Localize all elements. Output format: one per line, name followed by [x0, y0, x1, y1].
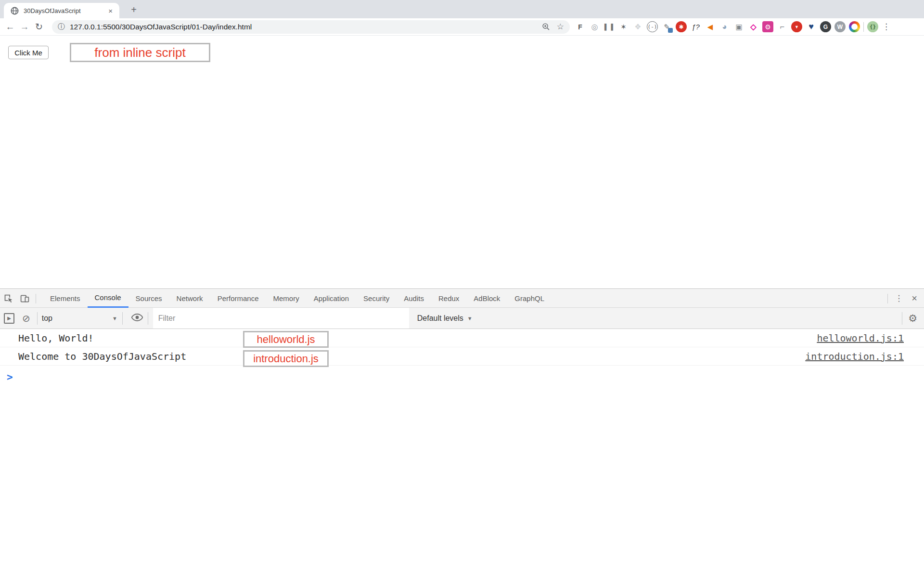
console-settings-gear-icon[interactable]: ⚙: [908, 313, 917, 324]
clear-console-icon[interactable]: ⊘: [22, 313, 30, 324]
execution-context-dropdown[interactable]: top ▼: [38, 314, 122, 323]
reload-icon[interactable]: ↻: [32, 21, 46, 32]
console-message-text: Hello, World!: [18, 332, 94, 344]
browser-tab[interactable]: 30DaysOfJavaScript ×: [4, 3, 119, 18]
address-bar[interactable]: ⓘ 127.0.0.1:5500/30DaysOfJavaScript/01-D…: [52, 20, 570, 34]
tab-close-icon[interactable]: ×: [106, 7, 115, 15]
eyedropper-extension-icon[interactable]: ✎: [661, 21, 672, 32]
browser-menu-kebab-icon[interactable]: ⋮: [882, 22, 890, 32]
inline-script-annotation-box: from inline script: [70, 43, 210, 62]
filter-input[interactable]: [153, 308, 409, 328]
toolbar-divider-2: [122, 312, 123, 325]
globe-favicon: [11, 7, 19, 15]
tab-security[interactable]: Security: [356, 289, 397, 308]
devtools-tab-bar: Elements Console Sources Network Perform…: [0, 289, 924, 308]
url-text[interactable]: 127.0.0.1:5500/30DaysOfJavaScript/01-Day…: [70, 23, 542, 31]
console-toolbar: ▶ ⊘ top ▼ Default levels ▼ ⚙: [0, 308, 924, 329]
megaphone-extension-icon[interactable]: ◀: [705, 21, 716, 32]
new-tab-button[interactable]: +: [127, 3, 141, 16]
toolbar-divider-4: [902, 312, 902, 325]
forward-icon[interactable]: →: [17, 22, 32, 32]
rainbow-extension-icon[interactable]: [849, 21, 860, 32]
extensions-row: F ◎ ▌▐ ✶ ❖ (-) ✎ ✱ ƒ? ◀ ◕ ▣ ◇ ⚙ ⌐ ▼ ♥ G …: [575, 21, 878, 32]
log-levels-value: Default levels: [417, 314, 463, 323]
tab-title: 30DaysOfJavaScript: [24, 7, 106, 14]
devtools-close-icon[interactable]: ×: [910, 293, 924, 304]
tab-network[interactable]: Network: [169, 289, 210, 308]
page-content: Click Me from inline script: [0, 36, 924, 289]
console-source-link[interactable]: helloworld.js:1: [817, 332, 904, 344]
execution-context-value: top: [42, 314, 52, 323]
zoom-icon[interactable]: [542, 23, 550, 31]
target-extension-icon[interactable]: ◎: [589, 21, 600, 32]
swirl-extension-icon[interactable]: ◕: [719, 21, 730, 32]
tab-elements[interactable]: Elements: [43, 289, 88, 308]
console-message-row: Hello, World! helloworld.js:1: [0, 329, 924, 347]
chevron-down-icon: ▼: [467, 315, 473, 321]
tab-sources[interactable]: Sources: [128, 289, 169, 308]
console-prompt-chevron[interactable]: >: [7, 371, 924, 383]
stop-hand-extension-icon[interactable]: ✱: [676, 21, 687, 32]
tab-audits[interactable]: Audits: [397, 289, 431, 308]
live-expression-eye-icon[interactable]: [131, 314, 143, 323]
tab-application[interactable]: Application: [307, 289, 356, 308]
tab-performance[interactable]: Performance: [210, 289, 266, 308]
tab-memory[interactable]: Memory: [266, 289, 307, 308]
click-me-button[interactable]: Click Me: [8, 46, 49, 59]
inline-script-annotation-text: from inline script: [94, 45, 185, 60]
bookmark-star-icon[interactable]: ☆: [557, 22, 564, 32]
columns-extension-icon[interactable]: ▌▐: [603, 21, 615, 32]
bug-extension-icon[interactable]: ✶: [618, 21, 629, 32]
extensions-divider: [863, 22, 864, 32]
camera-extension-icon[interactable]: ▣: [733, 21, 744, 32]
console-message-row: Welcome to 30DaysOfJavaScript introducti…: [0, 347, 924, 366]
function-extension-icon[interactable]: ƒ?: [690, 21, 701, 32]
console-sidebar-toggle-icon[interactable]: ▶: [4, 313, 14, 324]
site-info-icon[interactable]: ⓘ: [58, 22, 65, 31]
graphql-extension-icon[interactable]: ◇: [748, 21, 759, 32]
json-viewer-extension-icon[interactable]: {}: [867, 21, 878, 32]
tab-graphql[interactable]: GraphQL: [507, 289, 552, 308]
annotation-box-introduction: introduction.js: [243, 350, 329, 367]
console-source-link[interactable]: introduction.js:1: [805, 351, 904, 362]
corner-arrow-extension-icon[interactable]: ⌐: [777, 21, 788, 32]
devtools-tabs: Elements Console Sources Network Perform…: [43, 289, 552, 308]
tab-redux[interactable]: Redux: [431, 289, 466, 308]
inspect-element-icon[interactable]: [0, 293, 16, 303]
log-levels-dropdown[interactable]: Default levels ▼: [417, 314, 473, 323]
tab-adblock[interactable]: AdBlock: [466, 289, 507, 308]
chevron-down-icon: ▼: [112, 315, 117, 321]
toolbar-divider-3: [148, 312, 148, 325]
pink-gear-extension-icon[interactable]: ⚙: [762, 21, 773, 32]
browser-toolbar: ← → ↻ ⓘ 127.0.0.1:5500/30DaysOfJavaScrip…: [0, 18, 924, 36]
tab-console[interactable]: Console: [88, 289, 128, 308]
red-bookmark-extension-icon[interactable]: ▼: [791, 21, 802, 32]
g-circle-extension-icon[interactable]: G: [820, 21, 831, 32]
stylus-extension-icon[interactable]: F: [575, 21, 586, 32]
braces-extension-icon[interactable]: (-): [647, 21, 658, 32]
grid-extension-icon[interactable]: ❖: [632, 21, 643, 32]
console-message-text: Welcome to 30DaysOfJavaScript: [18, 351, 186, 362]
tabbar-divider: [36, 294, 36, 303]
w-circle-extension-icon[interactable]: W: [834, 21, 846, 32]
device-toolbar-icon[interactable]: [16, 293, 33, 303]
annotation-box-helloworld: helloworld.js: [243, 331, 329, 348]
console-output: Hello, World! helloworld.js:1 Welcome to…: [0, 329, 924, 578]
back-icon[interactable]: ←: [3, 22, 17, 32]
heart-search-extension-icon[interactable]: ♥: [806, 21, 817, 32]
browser-tab-strip: 30DaysOfJavaScript × +: [0, 0, 924, 18]
devtools-panel: Elements Console Sources Network Perform…: [0, 289, 924, 578]
devtools-menu-kebab-icon[interactable]: ⋮: [888, 293, 910, 303]
